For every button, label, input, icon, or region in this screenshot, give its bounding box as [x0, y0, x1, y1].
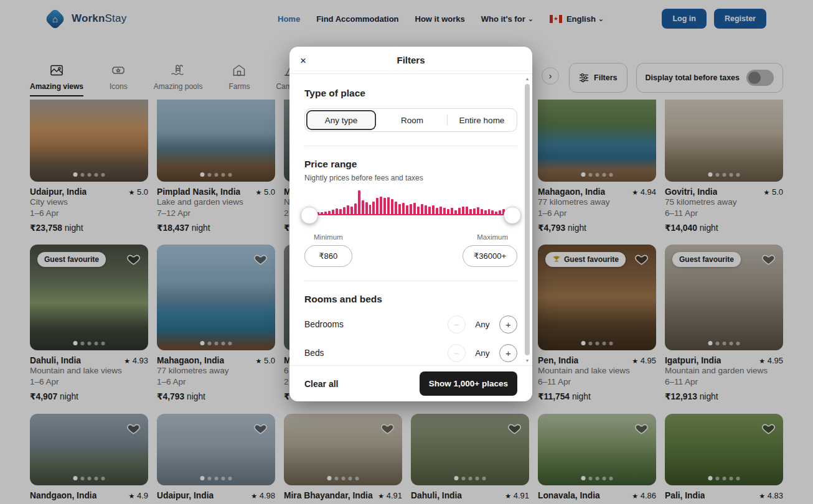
stepper-value: Any: [473, 348, 492, 358]
histogram-bar: [406, 205, 408, 214]
histogram-bar: [391, 199, 393, 214]
decrement-button[interactable]: −: [448, 344, 466, 362]
histogram-bar: [372, 202, 375, 214]
type-of-place-segmented: Any typeRoomEntire home: [304, 108, 517, 132]
min-price-input[interactable]: ₹860: [304, 245, 352, 267]
stepper-label: Beds: [304, 348, 324, 358]
price-range-subtitle: Nightly prices before fees and taxes: [304, 174, 517, 182]
histogram-bar: [336, 208, 338, 214]
histogram-bar: [421, 204, 423, 214]
type-option-any-type[interactable]: Any type: [306, 110, 376, 130]
histogram-bar: [376, 198, 378, 214]
histogram-bar: [362, 200, 364, 214]
histogram-bar: [436, 208, 438, 214]
price-slider-handle-max[interactable]: [504, 207, 521, 224]
histogram-bar: [387, 197, 390, 214]
histogram-bar: [354, 203, 357, 214]
histogram-bar: [458, 208, 461, 214]
max-price-input[interactable]: ₹36000+: [463, 245, 517, 267]
stepper-value: Any: [473, 320, 492, 329]
histogram-bar: [347, 205, 349, 214]
histogram-bar: [488, 209, 491, 214]
type-of-place-heading: Type of place: [304, 88, 517, 99]
histogram-bar: [425, 205, 427, 214]
histogram-bar: [499, 210, 501, 214]
histogram-bar: [477, 207, 479, 214]
histogram-bar: [383, 198, 386, 214]
histogram-bar: [417, 207, 420, 214]
histogram-bar: [443, 208, 446, 214]
price-range-section: Price range Nightly prices before fees a…: [304, 159, 517, 267]
histogram-bar: [343, 207, 345, 214]
filters-modal: × Filters Type of place Any typeRoomEnti…: [289, 47, 532, 401]
price-slider-handle-min[interactable]: [301, 207, 318, 224]
modal-header: × Filters: [289, 47, 532, 74]
rooms-and-beds-heading: Rooms and beds: [304, 294, 517, 305]
histogram-bar: [484, 210, 487, 214]
stepper-row-bedrooms: Bedrooms−Any+: [304, 315, 517, 334]
maximum-label: Maximum: [477, 233, 508, 241]
histogram-bar: [469, 209, 472, 214]
modal-body: Type of place Any typeRoomEntire home Pr…: [289, 74, 532, 365]
stepper-label: Bedrooms: [304, 320, 344, 329]
histogram-bar: [324, 212, 327, 214]
show-places-button[interactable]: Show 1,000+ places: [420, 371, 517, 396]
histogram-bar: [358, 190, 360, 214]
price-histogram: [309, 191, 512, 223]
scroll-down-icon[interactable]: ▼: [524, 358, 530, 363]
price-range-heading: Price range: [304, 159, 517, 170]
type-of-place-section: Type of place Any typeRoomEntire home: [304, 88, 517, 132]
histogram-bar: [413, 203, 416, 214]
stepper: −Any+: [448, 344, 517, 362]
histogram-bar: [402, 203, 405, 214]
histogram-bar: [466, 207, 468, 214]
histogram-bar: [328, 211, 331, 214]
type-option-entire-home[interactable]: Entire home: [447, 109, 517, 131]
histogram-bar: [462, 207, 464, 214]
histogram-bar: [454, 210, 457, 214]
type-option-room[interactable]: Room: [377, 109, 447, 131]
histogram-bar: [395, 202, 397, 214]
increment-button[interactable]: +: [499, 315, 517, 334]
stepper-row-beds: Beds−Any+: [304, 344, 517, 362]
histogram-bar: [410, 204, 412, 214]
modal-scrollbar[interactable]: ▲ ▼: [524, 77, 530, 363]
histogram-bars: [309, 192, 512, 215]
price-minmax-row: Minimum ₹860 Maximum ₹36000+: [304, 233, 517, 267]
min-price-col: Minimum ₹860: [304, 233, 352, 267]
histogram-bar: [432, 205, 435, 214]
histogram-bar: [365, 202, 368, 214]
histogram-bar: [473, 208, 476, 214]
histogram-bar: [350, 207, 353, 214]
histogram-bar: [369, 205, 372, 214]
modal-title: Filters: [397, 55, 425, 65]
close-icon[interactable]: ×: [300, 55, 306, 65]
stepper: −Any+: [448, 315, 517, 334]
scrollbar-thumb[interactable]: [525, 84, 530, 355]
max-price-col: Maximum ₹36000+: [463, 233, 517, 267]
minimum-label: Minimum: [314, 233, 343, 241]
clear-all-button[interactable]: Clear all: [304, 379, 338, 389]
divider: [304, 146, 517, 146]
histogram-bar: [332, 210, 334, 214]
histogram-bar: [447, 209, 449, 214]
histogram-bar: [495, 212, 497, 214]
histogram-bar: [321, 212, 323, 214]
histogram-bar: [481, 209, 483, 214]
histogram-bar: [439, 207, 442, 214]
histogram-bar: [380, 197, 382, 214]
histogram-bar: [428, 207, 431, 214]
histogram-bar: [339, 209, 342, 214]
decrement-button[interactable]: −: [448, 315, 466, 334]
histogram-bar: [491, 210, 494, 214]
histogram-bar: [451, 208, 453, 214]
rooms-and-beds-section: Rooms and beds Bedrooms−Any+Beds−Any+Bat…: [304, 294, 517, 365]
stepper-rows: Bedrooms−Any+Beds−Any+Bathrooms−Any+: [304, 315, 517, 365]
scroll-up-icon[interactable]: ▲: [524, 77, 530, 81]
increment-button[interactable]: +: [499, 344, 517, 362]
divider: [304, 281, 517, 281]
modal-footer: Clear all Show 1,000+ places: [289, 365, 532, 401]
histogram-bar: [398, 204, 401, 214]
